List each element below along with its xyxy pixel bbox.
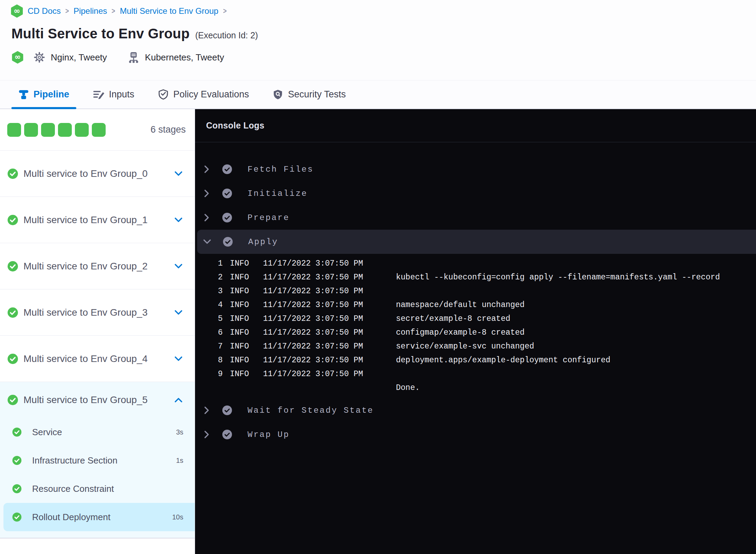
log-line: 5INFO11/17/2022 3:07:50 PMsecret/example… [195,312,756,326]
console-title: Console Logs [206,121,264,131]
success-check-icon [222,429,232,440]
log-line: 9INFO11/17/2022 3:07:50 PM [195,367,756,381]
log-line: 2INFO11/17/2022 3:07:50 PMkubectl --kube… [195,270,756,284]
success-check-icon [222,188,232,199]
chevron-up-icon[interactable] [175,398,182,403]
success-check-icon [12,456,22,465]
log-line: 7INFO11/17/2022 3:07:50 PMservice/exampl… [195,340,756,353]
chevron-down-icon[interactable] [175,356,182,361]
inputs-icon [93,89,105,100]
success-check-icon [7,353,18,364]
console-header: Console Logs [195,109,756,142]
stage-row[interactable]: Multi service to Env Group_1 [0,197,195,243]
log-section-initialize[interactable]: Initialize [195,181,756,206]
console-body: Fetch Files Initialize Prepare Apply 1IN… [195,142,756,447]
step-row-resource-constraint[interactable]: Resource Constraint [0,475,195,503]
cd-module-icon [11,51,24,64]
console-logs-panel: Console Logs Fetch Files Initialize Prep… [195,109,756,554]
stages-panel: 6 stages Multi service to Env Group_0 Mu… [0,109,195,554]
stage-row[interactable]: Multi service to Env Group_2 [0,243,195,289]
chevron-down-icon[interactable] [175,217,182,222]
step-duration: 3s [176,428,183,436]
environments-label: Kubernetes, Tweety [145,52,224,63]
step-row-infrastructure[interactable]: Infrastructure Section 1s [0,446,195,475]
page-header: CD Docs > Pipelines > Multi Service to E… [0,0,756,80]
tab-policy-evaluations[interactable]: Policy Evaluations [151,80,256,108]
expanded-stage-card: Multi service to Env Group_5 Service 3s … [0,382,195,538]
log-line: 6INFO11/17/2022 3:07:50 PMconfigmap/exam… [195,326,756,340]
tab-pipeline[interactable]: Pipeline [11,80,76,108]
success-check-icon [12,427,22,437]
stage-progress-square[interactable] [41,123,55,137]
success-check-icon [222,405,232,416]
services-environments-row: Nginx, Tweety Kubernetes, Tweety [11,51,224,64]
log-line: 3INFO11/17/2022 3:07:50 PM [195,284,756,298]
pipeline-icon [18,89,29,100]
title-row: Multi Service to Env Group (Execution Id… [11,26,258,41]
stage-progress-square[interactable] [24,123,38,137]
stage-progress-square[interactable] [7,123,21,137]
stage-row[interactable]: Multi service to Env Group_3 [0,289,195,336]
breadcrumb-separator-icon: > [112,7,115,16]
execution-tabbar: Pipeline Inputs Policy Evaluations Secur… [0,80,756,109]
success-check-icon [7,168,18,179]
stage-count-label: 6 stages [151,124,186,135]
success-check-icon [12,512,22,522]
chevron-right-icon[interactable] [203,165,211,174]
success-check-icon [7,214,18,226]
step-duration: 10s [172,513,183,521]
chevron-right-icon[interactable] [203,213,211,222]
apply-log-lines: 1INFO11/17/2022 3:07:50 PM 2INFO11/17/20… [195,254,756,398]
page-title: Multi Service to Env Group [11,26,190,41]
stage-progress-square[interactable] [75,123,89,137]
chevron-right-icon[interactable] [203,406,211,415]
security-shield-icon [272,89,283,100]
cd-module-icon [10,4,23,18]
services-label: Nginx, Tweety [51,52,107,63]
breadcrumb-link-pipeline-name[interactable]: Multi Service to Env Group [120,6,218,16]
success-check-icon [7,261,18,272]
step-row-service[interactable]: Service 3s [0,418,195,446]
success-check-icon [222,164,232,174]
stage-row-expanded[interactable]: Multi service to Env Group_5 [0,382,195,418]
log-section-fetch-files[interactable]: Fetch Files [195,157,756,181]
stage-progress-square[interactable] [58,123,72,137]
step-row-rollout-deployment[interactable]: Rollout Deployment 10s [3,503,195,531]
gear-icon [33,51,45,63]
step-duration: 1s [176,457,183,465]
log-line: 8INFO11/17/2022 3:07:50 PMdeployment.app… [195,353,756,367]
log-line-done: Done. [195,381,756,395]
chevron-down-icon[interactable] [175,310,182,315]
tab-security-tests[interactable]: Security Tests [265,80,353,108]
log-section-wrap-up[interactable]: Wrap Up [195,422,756,447]
breadcrumb-link-cd-docs[interactable]: CD Docs [28,6,61,16]
stage-progress-squares[interactable] [7,123,106,137]
stage-progress-square[interactable] [92,123,106,137]
log-section-wait-for-steady-state[interactable]: Wait for Steady State [195,398,756,422]
pipeline-execution-page: CD Docs > Pipelines > Multi Service to E… [0,0,756,554]
success-check-icon [12,484,22,494]
chevron-right-icon[interactable] [203,430,211,439]
chevron-down-icon[interactable] [175,264,182,269]
stage-progress-row: 6 stages [0,109,195,151]
chevron-down-icon[interactable] [203,237,212,246]
breadcrumb-separator-icon: > [223,7,226,16]
success-check-icon [223,237,233,247]
log-section-apply[interactable]: Apply [197,230,756,254]
log-section-prepare[interactable]: Prepare [195,206,756,230]
stage-row[interactable]: Multi service to Env Group_0 [0,151,195,197]
breadcrumb-separator-icon: > [65,7,69,16]
breadcrumb: CD Docs > Pipelines > Multi Service to E… [10,4,227,18]
breadcrumb-link-pipelines[interactable]: Pipelines [74,6,107,16]
stage-row[interactable]: Multi service to Env Group_4 [0,336,195,382]
success-check-icon [222,212,232,223]
policy-shield-check-icon [158,89,169,100]
log-line: 1INFO11/17/2022 3:07:50 PM [195,257,756,270]
chevron-right-icon[interactable] [203,189,211,198]
execution-id-label: (Execution Id: 2) [195,30,258,40]
tab-inputs[interactable]: Inputs [86,80,142,108]
environments-icon [128,51,139,63]
chevron-down-icon[interactable] [175,171,182,176]
log-line: 4INFO11/17/2022 3:07:50 PMnamespace/defa… [195,298,756,312]
success-check-icon [7,394,18,405]
